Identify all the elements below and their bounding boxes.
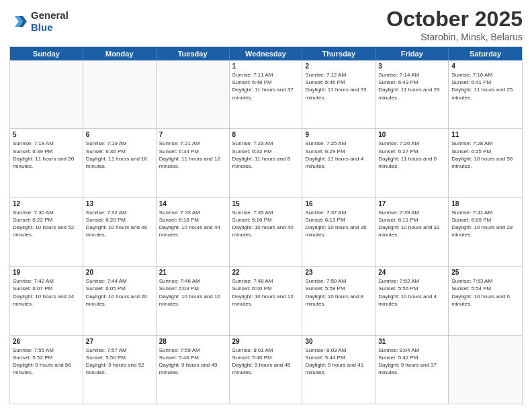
cell-date-number: 14 (159, 200, 226, 208)
cell-info-text: Sunrise: 7:39 AM Sunset: 6:11 PM Dayligh… (378, 209, 445, 239)
cell-date-number: 28 (159, 338, 226, 345)
calendar-cell (83, 60, 157, 128)
calendar-cell: 28Sunrise: 7:59 AM Sunset: 5:48 PM Dayli… (157, 336, 230, 404)
cell-info-text: Sunrise: 7:16 AM Sunset: 6:41 PM Dayligh… (451, 71, 519, 101)
calendar-cell: 27Sunrise: 7:57 AM Sunset: 5:50 PM Dayli… (83, 336, 157, 404)
cell-info-text: Sunrise: 8:01 AM Sunset: 5:46 PM Dayligh… (232, 347, 300, 377)
calendar-body: 1Sunrise: 7:11 AM Sunset: 6:48 PM Daylig… (10, 60, 522, 404)
calendar-header: SundayMondayTuesdayWednesdayThursdayFrid… (10, 47, 522, 60)
calendar-cell: 12Sunrise: 7:30 AM Sunset: 6:22 PM Dayli… (10, 198, 83, 266)
calendar-cell: 16Sunrise: 7:37 AM Sunset: 6:13 PM Dayli… (302, 198, 375, 266)
calendar-cell: 31Sunrise: 8:04 AM Sunset: 5:42 PM Dayli… (375, 336, 449, 404)
calendar-cell: 18Sunrise: 7:41 AM Sunset: 6:09 PM Dayli… (449, 198, 522, 266)
cell-info-text: Sunrise: 7:48 AM Sunset: 6:00 PM Dayligh… (232, 277, 300, 308)
cell-info-text: Sunrise: 7:35 AM Sunset: 6:16 PM Dayligh… (232, 209, 300, 239)
cell-info-text: Sunrise: 7:12 AM Sunset: 6:46 PM Dayligh… (305, 71, 372, 101)
cell-date-number: 21 (159, 269, 226, 276)
calendar-page: General Blue October 2025 Starobin, Mins… (0, 0, 532, 411)
cell-date-number: 24 (378, 269, 445, 276)
calendar-cell: 13Sunrise: 7:32 AM Sunset: 6:20 PM Dayli… (83, 198, 157, 266)
cell-date-number: 15 (232, 200, 300, 208)
cell-date-number: 16 (305, 200, 372, 208)
calendar-cell: 1Sunrise: 7:11 AM Sunset: 6:48 PM Daylig… (230, 60, 303, 128)
cell-date-number: 22 (232, 269, 300, 276)
cell-info-text: Sunrise: 7:14 AM Sunset: 6:43 PM Dayligh… (378, 71, 445, 101)
calendar-cell: 30Sunrise: 8:03 AM Sunset: 5:44 PM Dayli… (302, 336, 375, 404)
calendar-cell: 6Sunrise: 7:19 AM Sunset: 6:36 PM Daylig… (83, 129, 157, 197)
calendar-cell: 11Sunrise: 7:28 AM Sunset: 6:25 PM Dayli… (449, 129, 522, 197)
cell-date-number: 18 (451, 200, 519, 208)
cell-info-text: Sunrise: 7:44 AM Sunset: 6:05 PM Dayligh… (86, 277, 153, 308)
cell-info-text: Sunrise: 7:11 AM Sunset: 6:48 PM Dayligh… (232, 71, 300, 101)
calendar-cell: 23Sunrise: 7:50 AM Sunset: 5:58 PM Dayli… (302, 267, 375, 334)
cell-date-number: 13 (86, 200, 153, 208)
logo-text: General Blue (31, 9, 69, 34)
cell-info-text: Sunrise: 7:30 AM Sunset: 6:22 PM Dayligh… (13, 209, 80, 239)
cell-date-number: 17 (378, 200, 445, 208)
location: Starobin, Minsk, Belarus (386, 32, 523, 42)
cell-date-number: 4 (451, 62, 519, 70)
cell-date-number: 6 (86, 131, 153, 138)
cell-date-number: 8 (232, 131, 300, 138)
calendar-cell: 7Sunrise: 7:21 AM Sunset: 6:34 PM Daylig… (157, 129, 230, 197)
calendar-cell: 19Sunrise: 7:42 AM Sunset: 6:07 PM Dayli… (10, 267, 83, 334)
cell-info-text: Sunrise: 7:52 AM Sunset: 5:56 PM Dayligh… (378, 277, 445, 308)
cell-date-number: 30 (305, 338, 372, 345)
calendar-week-1: 5Sunrise: 7:18 AM Sunset: 6:39 PM Daylig… (10, 129, 522, 197)
cell-date-number: 5 (13, 131, 80, 138)
calendar-cell: 25Sunrise: 7:53 AM Sunset: 5:54 PM Dayli… (449, 267, 522, 334)
calendar-cell: 14Sunrise: 7:33 AM Sunset: 6:18 PM Dayli… (157, 198, 230, 266)
day-header-wednesday: Wednesday (230, 47, 303, 60)
title-block: October 2025 Starobin, Minsk, Belarus (386, 7, 523, 42)
day-header-thursday: Thursday (302, 47, 375, 60)
day-header-friday: Friday (375, 47, 449, 60)
day-header-saturday: Saturday (449, 47, 522, 60)
cell-info-text: Sunrise: 7:55 AM Sunset: 5:52 PM Dayligh… (13, 347, 80, 377)
cell-info-text: Sunrise: 7:26 AM Sunset: 6:27 PM Dayligh… (378, 140, 445, 170)
cell-info-text: Sunrise: 7:18 AM Sunset: 6:39 PM Dayligh… (13, 140, 80, 170)
calendar-week-3: 19Sunrise: 7:42 AM Sunset: 6:07 PM Dayli… (10, 267, 522, 335)
cell-date-number: 1 (232, 62, 300, 70)
cell-info-text: Sunrise: 8:03 AM Sunset: 5:44 PM Dayligh… (305, 347, 372, 377)
cell-info-text: Sunrise: 7:32 AM Sunset: 6:20 PM Dayligh… (86, 209, 153, 239)
cell-info-text: Sunrise: 7:37 AM Sunset: 6:13 PM Dayligh… (305, 209, 372, 239)
month-title: October 2025 (386, 7, 523, 32)
calendar-cell (449, 336, 522, 404)
cell-info-text: Sunrise: 7:50 AM Sunset: 5:58 PM Dayligh… (305, 277, 372, 308)
calendar: SundayMondayTuesdayWednesdayThursdayFrid… (9, 46, 523, 404)
header: General Blue October 2025 Starobin, Mins… (9, 7, 523, 42)
calendar-cell (157, 60, 230, 128)
cell-date-number: 31 (378, 338, 445, 345)
calendar-week-2: 12Sunrise: 7:30 AM Sunset: 6:22 PM Dayli… (10, 198, 522, 267)
day-header-tuesday: Tuesday (157, 47, 230, 60)
cell-date-number: 19 (13, 269, 80, 276)
logo: General Blue (9, 9, 69, 34)
cell-date-number: 11 (451, 131, 519, 138)
cell-info-text: Sunrise: 7:59 AM Sunset: 5:48 PM Dayligh… (159, 347, 226, 377)
calendar-cell: 4Sunrise: 7:16 AM Sunset: 6:41 PM Daylig… (449, 60, 522, 128)
day-header-monday: Monday (83, 47, 157, 60)
cell-date-number: 29 (232, 338, 300, 345)
calendar-week-4: 26Sunrise: 7:55 AM Sunset: 5:52 PM Dayli… (10, 336, 522, 404)
calendar-cell: 26Sunrise: 7:55 AM Sunset: 5:52 PM Dayli… (10, 336, 83, 404)
day-header-sunday: Sunday (10, 47, 83, 60)
calendar-cell: 10Sunrise: 7:26 AM Sunset: 6:27 PM Dayli… (375, 129, 449, 197)
calendar-cell: 22Sunrise: 7:48 AM Sunset: 6:00 PM Dayli… (230, 267, 303, 334)
cell-date-number: 20 (86, 269, 153, 276)
calendar-cell: 24Sunrise: 7:52 AM Sunset: 5:56 PM Dayli… (375, 267, 449, 334)
cell-date-number: 10 (378, 131, 445, 138)
cell-date-number: 12 (13, 200, 80, 208)
cell-info-text: Sunrise: 7:25 AM Sunset: 6:29 PM Dayligh… (305, 140, 372, 170)
logo-icon (9, 12, 28, 31)
calendar-cell: 29Sunrise: 8:01 AM Sunset: 5:46 PM Dayli… (230, 336, 303, 404)
cell-info-text: Sunrise: 7:41 AM Sunset: 6:09 PM Dayligh… (451, 209, 519, 239)
cell-date-number: 25 (451, 269, 519, 276)
cell-info-text: Sunrise: 7:46 AM Sunset: 6:03 PM Dayligh… (159, 277, 226, 308)
calendar-cell (10, 60, 83, 128)
calendar-cell: 5Sunrise: 7:18 AM Sunset: 6:39 PM Daylig… (10, 129, 83, 197)
calendar-cell: 8Sunrise: 7:23 AM Sunset: 6:32 PM Daylig… (230, 129, 303, 197)
calendar-cell: 2Sunrise: 7:12 AM Sunset: 6:46 PM Daylig… (302, 60, 375, 128)
cell-info-text: Sunrise: 7:21 AM Sunset: 6:34 PM Dayligh… (159, 140, 226, 170)
cell-date-number: 7 (159, 131, 226, 138)
calendar-cell: 9Sunrise: 7:25 AM Sunset: 6:29 PM Daylig… (302, 129, 375, 197)
